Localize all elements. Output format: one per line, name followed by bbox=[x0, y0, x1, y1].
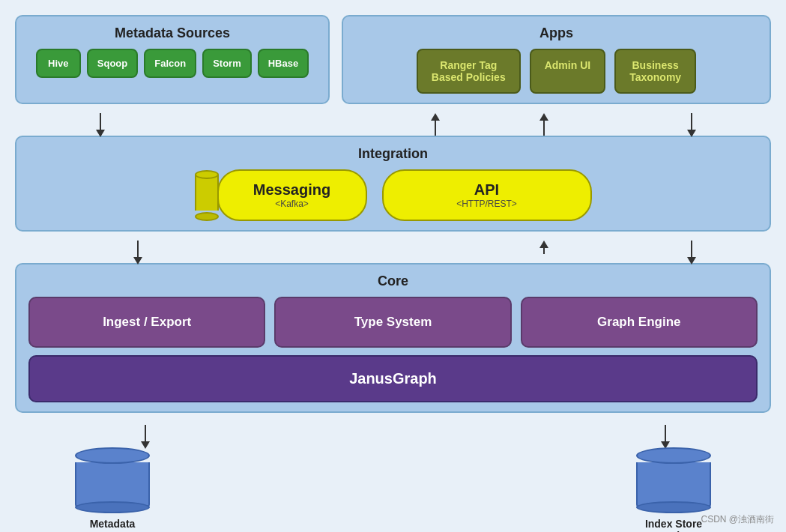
metadata-sources-box: Metadata Sources Hive Sqoop Falcon Storm… bbox=[15, 15, 330, 104]
messaging-sub: <Kafka> bbox=[241, 199, 343, 209]
kafka-cylinder-icon bbox=[195, 170, 219, 221]
arrow-to-metadata-store bbox=[141, 425, 150, 449]
metadata-item-storm: Storm bbox=[202, 49, 252, 78]
apps-title: Apps bbox=[355, 25, 758, 41]
arrow-taxonomy-down bbox=[687, 113, 696, 137]
app-item-admin: Admin UI bbox=[530, 49, 605, 94]
api-sub: <HTTP/REST> bbox=[421, 199, 553, 209]
stores-row: MetadataStore<HBase> Index Store<Solr> bbox=[15, 447, 771, 532]
app-item-ranger: Ranger TagBased Policies bbox=[417, 49, 521, 94]
index-store-bottom bbox=[636, 501, 711, 513]
top-row: Metadata Sources Hive Sqoop Falcon Storm… bbox=[15, 15, 771, 104]
core-title: Core bbox=[28, 273, 758, 289]
api-pill: API <HTTP/REST> bbox=[382, 169, 592, 221]
core-item-graph-engine: Graph Engine bbox=[521, 297, 758, 348]
metadata-store-label: MetadataStore<HBase> bbox=[90, 518, 136, 532]
diagram-container: Metadata Sources Hive Sqoop Falcon Storm… bbox=[0, 0, 786, 532]
arrow-row-3 bbox=[15, 425, 771, 447]
arrow-row-1 bbox=[15, 113, 771, 136]
metadata-items: Hive Sqoop Falcon Storm HBase bbox=[28, 49, 316, 78]
arrow-ranger-up bbox=[431, 113, 440, 136]
metadata-store-bottom bbox=[75, 501, 150, 513]
index-store-cylinder bbox=[636, 447, 711, 513]
app-item-taxonomy: BusinessTaxonomy bbox=[614, 49, 696, 94]
arrow-to-index-store bbox=[661, 425, 670, 449]
core-items: Ingest / Export Type System Graph Engine bbox=[28, 297, 758, 348]
metadata-item-hive: Hive bbox=[36, 49, 81, 78]
janusgraph-bar: JanusGraph bbox=[28, 355, 758, 402]
arrow-api-up bbox=[539, 241, 548, 254]
metadata-store-top bbox=[75, 447, 150, 464]
arrow-row-2 bbox=[15, 241, 771, 263]
messaging-label: Messaging bbox=[241, 181, 343, 199]
messaging-pill: Messaging <Kafka> bbox=[217, 169, 367, 221]
integration-title: Integration bbox=[28, 146, 758, 162]
index-store-top bbox=[636, 447, 711, 464]
arrow-metadata-down bbox=[96, 113, 105, 137]
metadata-store-body bbox=[75, 462, 150, 507]
arrow-messaging-down bbox=[133, 241, 142, 265]
arrow-api-admin-up bbox=[539, 113, 548, 136]
index-store-body bbox=[636, 462, 711, 507]
messaging-wrapper: Messaging <Kafka> bbox=[195, 169, 367, 221]
index-store: Index Store<Solr> bbox=[636, 447, 711, 532]
integration-box: Integration Messaging <Kafka> API <HTTP/… bbox=[15, 136, 771, 232]
metadata-item-hbase: HBase bbox=[258, 49, 309, 78]
metadata-item-falcon: Falcon bbox=[144, 49, 196, 78]
metadata-sources-title: Metadata Sources bbox=[28, 25, 316, 41]
api-label: API bbox=[421, 181, 553, 199]
core-box: Core Ingest / Export Type System Graph E… bbox=[15, 263, 771, 413]
arrow-api-down bbox=[687, 241, 696, 265]
metadata-store-cylinder bbox=[75, 447, 150, 513]
integration-inner: Messaging <Kafka> API <HTTP/REST> bbox=[28, 169, 758, 221]
core-item-type-system: Type System bbox=[274, 297, 511, 348]
metadata-store: MetadataStore<HBase> bbox=[75, 447, 150, 532]
core-item-ingest: Ingest / Export bbox=[28, 297, 265, 348]
apps-box: Apps Ranger TagBased Policies Admin UI B… bbox=[342, 15, 771, 104]
metadata-item-sqoop: Sqoop bbox=[87, 49, 138, 78]
watermark: CSDN @浊酒南街 bbox=[701, 513, 774, 526]
index-store-label: Index Store<Solr> bbox=[645, 518, 702, 532]
apps-items: Ranger TagBased Policies Admin UI Busine… bbox=[355, 49, 758, 94]
